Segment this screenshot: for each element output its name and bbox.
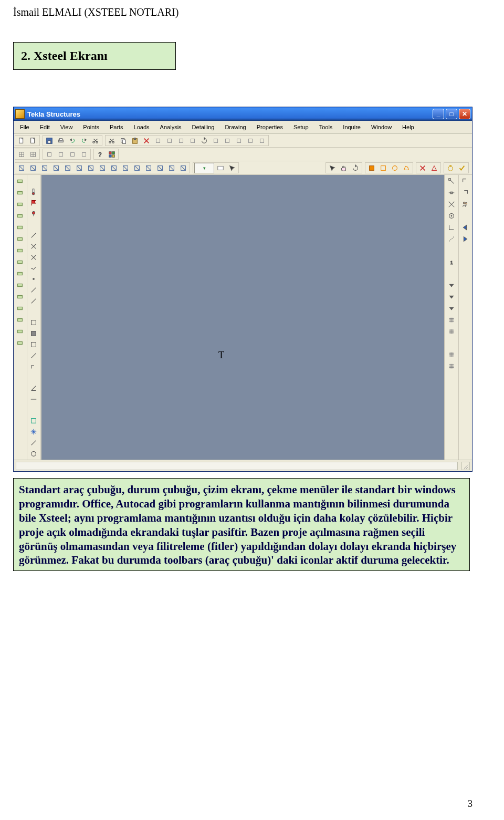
grid-snap-icon[interactable]	[446, 315, 457, 325]
horiz-icon[interactable]	[28, 394, 39, 404]
view-icon-3[interactable]	[39, 163, 50, 173]
corner-icon[interactable]	[28, 361, 39, 371]
slab-icon[interactable]	[15, 257, 25, 267]
weld-icon[interactable]	[15, 222, 25, 233]
plate-icon[interactable]	[15, 199, 25, 210]
view-icon-10[interactable]	[120, 163, 131, 173]
cut-icon[interactable]	[107, 136, 117, 146]
hand-icon[interactable]	[339, 163, 349, 173]
mesh-snap-icon[interactable]	[446, 326, 457, 337]
col-icon[interactable]	[15, 188, 25, 198]
menu-points[interactable]: Points	[79, 123, 104, 131]
corner-tl-icon[interactable]	[460, 176, 470, 186]
polyline-icon[interactable]	[67, 149, 78, 160]
view-icon-14[interactable]	[166, 163, 177, 173]
view-dropdown[interactable]: ▾	[194, 163, 214, 173]
slash3-icon[interactable]	[28, 296, 39, 306]
vp-icon[interactable]	[28, 416, 39, 426]
view-icon-6[interactable]	[74, 163, 85, 173]
new-file-icon[interactable]	[16, 136, 27, 146]
question-icon[interactable]: ?	[95, 149, 106, 160]
view-icon-8[interactable]	[97, 163, 108, 173]
box-fill-icon[interactable]	[28, 329, 39, 339]
color-icon[interactable]	[107, 149, 117, 160]
angle-icon[interactable]	[28, 383, 39, 393]
beam-icon[interactable]	[15, 176, 25, 186]
mark-icon[interactable]	[429, 163, 439, 173]
maximize-button[interactable]: □	[446, 109, 457, 119]
menu-window[interactable]: Window	[367, 123, 397, 131]
timer-icon[interactable]	[445, 163, 456, 173]
x-red-icon[interactable]	[417, 163, 428, 173]
redo-icon[interactable]	[79, 136, 89, 146]
grid-point-icon[interactable]	[28, 149, 38, 160]
people-icon[interactable]	[460, 199, 470, 210]
circle-icon[interactable]	[28, 449, 39, 459]
slice-icon[interactable]	[28, 438, 39, 448]
pad-icon[interactable]	[15, 292, 25, 302]
close-button[interactable]: ✕	[459, 109, 470, 119]
menu-properties[interactable]: Properties	[253, 123, 288, 131]
cross-icon[interactable]	[28, 252, 39, 262]
view-icon-9[interactable]	[109, 163, 119, 173]
snap-center-icon[interactable]	[446, 211, 457, 221]
slash-icon[interactable]	[28, 231, 39, 241]
det-icon[interactable]	[15, 315, 25, 325]
view-icon-1[interactable]	[16, 163, 27, 173]
line-seg-icon[interactable]	[28, 350, 39, 360]
view-icon-4[interactable]	[51, 163, 61, 173]
flag-icon[interactable]	[28, 198, 39, 208]
slash2-icon[interactable]	[28, 285, 39, 295]
fit-icon[interactable]	[15, 338, 25, 348]
view-icon-15[interactable]	[178, 163, 188, 173]
point-icon[interactable]	[44, 149, 55, 160]
num-1-icon[interactable]: 1	[446, 257, 457, 267]
menu-help[interactable]: Help	[398, 123, 419, 131]
undo-icon[interactable]	[67, 136, 78, 146]
snap-end-icon[interactable]	[446, 176, 457, 186]
snap-ext-icon[interactable]	[446, 234, 457, 244]
layer-1-icon[interactable]	[446, 349, 457, 360]
sel-poly-icon[interactable]	[401, 163, 412, 173]
arrow-icon[interactable]	[327, 163, 338, 173]
pin-icon[interactable]	[28, 209, 39, 219]
zoom-all-icon[interactable]	[176, 136, 186, 146]
menu-detailing[interactable]: Detailing	[188, 123, 220, 131]
snap-int-icon[interactable]	[446, 199, 457, 210]
menu-tools[interactable]: Tools	[315, 123, 338, 131]
arrow-left-icon[interactable]	[460, 222, 470, 233]
menu-file[interactable]: File	[16, 123, 35, 131]
grid-icon[interactable]	[16, 149, 27, 160]
scissors-icon[interactable]	[90, 136, 101, 146]
menu-view[interactable]: View	[56, 123, 78, 131]
contour-icon[interactable]	[15, 234, 25, 244]
menu-drawing[interactable]: Drawing	[220, 123, 251, 131]
view-icon-2[interactable]	[28, 163, 38, 173]
conn-icon[interactable]	[15, 303, 25, 314]
deselect-icon[interactable]	[234, 136, 244, 146]
help-icon[interactable]	[257, 136, 267, 146]
layer-2-icon[interactable]	[446, 361, 457, 371]
cut-part-icon[interactable]	[15, 326, 25, 337]
rotate-view-icon[interactable]	[350, 163, 361, 173]
menu-analysis[interactable]: Analysis	[156, 123, 187, 131]
bolt-icon[interactable]	[15, 211, 25, 221]
print-icon[interactable]	[56, 136, 66, 146]
view-icon-11[interactable]	[132, 163, 142, 173]
drawing-viewport[interactable]: T	[41, 175, 445, 460]
delete-icon[interactable]	[141, 136, 152, 146]
poly-plate-icon[interactable]	[15, 245, 25, 256]
x-mark-icon[interactable]	[28, 242, 39, 252]
select-icon[interactable]	[222, 136, 233, 146]
sel-box-icon[interactable]	[378, 163, 388, 173]
down-2-icon[interactable]	[446, 292, 457, 302]
menu-parts[interactable]: Parts	[106, 123, 129, 131]
thermo-icon[interactable]	[28, 187, 39, 197]
corner-tr-icon[interactable]	[460, 188, 470, 198]
pan-icon[interactable]	[187, 136, 198, 146]
snap-mid-icon[interactable]	[446, 188, 457, 198]
menu-edit[interactable]: Edit	[36, 123, 55, 131]
line-icon[interactable]	[56, 149, 66, 160]
menu-inquire[interactable]: Inquire	[339, 123, 366, 131]
repeat-icon[interactable]	[211, 136, 221, 146]
